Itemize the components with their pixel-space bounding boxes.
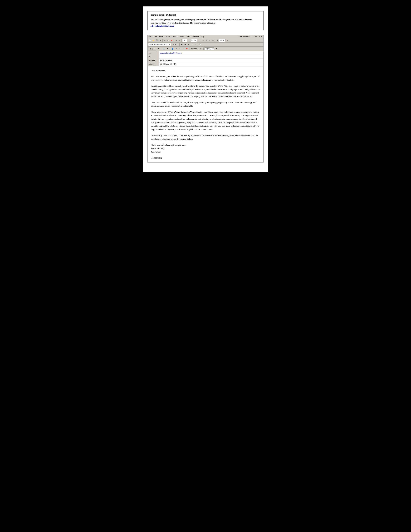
style-select[interactable]: Final Showing Markup xyxy=(148,43,171,46)
attach-file-btn[interactable]: 📎 xyxy=(162,47,165,50)
track-accept[interactable]: ✓ xyxy=(187,43,190,46)
standard-toolbar: 📄 📂 💾 🖨 ✂ 📋 📌 ↩ ↪ ▼ ▼ ≡ ☰ ≡ ☰ ¶ ▼ xyxy=(148,38,263,43)
paragraph4: I have attached my CV as a Word document… xyxy=(151,110,260,131)
font-size-input[interactable] xyxy=(182,39,187,42)
menu-bar: File Edit View Insert Format Tools Table… xyxy=(148,35,263,38)
subject-value[interactable]: job application xyxy=(159,59,263,62)
track-reject[interactable]: ✗ xyxy=(190,43,193,46)
send-options-dropdown[interactable]: ▼ xyxy=(157,47,160,50)
attach-field-row: Attach... W CV.doc (10 KB) xyxy=(148,62,263,66)
outlook-window: File Edit View Insert Format Tools Table… xyxy=(148,35,263,162)
send-button[interactable]: Send xyxy=(148,47,156,50)
subject-field-row: Subject: job application xyxy=(148,59,263,62)
toolbar-paste[interactable]: 📌 xyxy=(170,39,173,42)
menu-file[interactable]: File xyxy=(148,35,153,38)
sep4 xyxy=(201,39,201,42)
address-book-btn[interactable]: 👤 xyxy=(171,47,174,50)
flag-btn[interactable]: 🚩 xyxy=(185,47,188,50)
cc-icon[interactable]: Cc xyxy=(149,56,151,58)
closing-line3: John Mizzi xyxy=(151,150,260,154)
zoom-dropdown2[interactable]: ▼ xyxy=(226,39,229,42)
email-link[interactable]: schoolofenglish@info.com xyxy=(150,25,174,27)
menu-format[interactable]: Format xyxy=(171,35,178,38)
menu-table[interactable]: Table xyxy=(185,35,191,38)
format-dropdown[interactable]: ▼ xyxy=(215,47,218,50)
tel-line: tel:99043612 xyxy=(151,156,260,160)
email-header-toolbar: Send ▼ 📎 ▼ 👤 ✓ ! ↓ 🚩 Options... ▼ xyxy=(148,47,263,51)
to-label: To xyxy=(148,51,159,55)
toolbar-save[interactable]: 💾 xyxy=(155,39,159,42)
sample-box: Sample email: 2A formal You are looking … xyxy=(148,11,263,30)
align-left-btn[interactable]: ≡ xyxy=(202,39,205,42)
zoom-input[interactable] xyxy=(191,39,197,42)
sample-instruction: You are looking for an interesting and c… xyxy=(150,18,261,28)
format-toolbar: Final Showing Markup Show ▼ ◀ ▶ ✓ ✗ ↓ 💬 xyxy=(148,43,263,47)
track-changes-next[interactable]: ▶ xyxy=(184,43,187,46)
doc-icon: W xyxy=(160,63,162,65)
type-question-field[interactable]: Type a question for help ▼ ✕ xyxy=(206,36,263,38)
paragraph5: I would be grateful if you would conside… xyxy=(151,134,260,141)
show-dropdown-btn[interactable]: Show ▼ xyxy=(171,43,178,46)
attach-label: Attach... xyxy=(148,62,159,66)
toolbar-redo[interactable]: ↪ xyxy=(178,39,181,42)
font-size-dropdown[interactable]: ▼ xyxy=(187,39,190,42)
menu-window[interactable]: Window xyxy=(191,35,200,38)
menu-help[interactable]: Help xyxy=(200,35,205,38)
align-right-btn[interactable]: ≡ xyxy=(208,39,211,42)
sep5 xyxy=(215,39,215,42)
check-names-btn[interactable]: ✓ xyxy=(175,47,177,50)
align-center-btn[interactable]: ☰ xyxy=(205,39,208,42)
zoom-dropdown[interactable]: ▼ xyxy=(197,39,200,42)
track-changes-prev[interactable]: ◀ xyxy=(180,43,183,46)
sep2 xyxy=(174,39,174,42)
sep9 xyxy=(170,48,170,50)
paragraph1: With reference to your advertisement in … xyxy=(151,75,260,82)
paragraph-btn[interactable]: ¶ xyxy=(216,39,219,42)
sample-title: Sample email: 2A formal xyxy=(150,14,261,16)
sep1 xyxy=(162,39,163,42)
cc-value[interactable] xyxy=(159,57,263,57)
options-dropdown[interactable]: ▼ xyxy=(200,47,202,50)
toolbar-new[interactable]: 📄 xyxy=(148,39,151,42)
toolbar-copy[interactable]: 📋 xyxy=(167,39,170,42)
email-send-row: Send ▼ 📎 ▼ 👤 ✓ ! ↓ 🚩 Options... ▼ xyxy=(148,47,263,51)
justify-btn[interactable]: ☰ xyxy=(211,39,214,42)
email-format-select[interactable]: HTML xyxy=(205,48,214,50)
toolbar-cut[interactable]: ✂ xyxy=(163,39,166,42)
closing-line2: Yours faithfully, xyxy=(151,147,260,150)
paragraph2: I am 22 years old and I am currently stu… xyxy=(151,84,260,98)
attach-value[interactable]: W CV.doc (10 KB) xyxy=(159,63,263,66)
importance-high-btn[interactable]: ! xyxy=(178,47,181,50)
email-body: Dear Sir/Madam, With reference to your a… xyxy=(148,66,263,162)
page-wrapper: Sample email: 2A formal You are looking … xyxy=(143,6,268,172)
toolbar-undo[interactable]: ↩ xyxy=(175,39,177,42)
insert-comment[interactable]: 💬 xyxy=(199,43,202,46)
cc-label: Cc xyxy=(148,55,159,58)
closing-line1: I look forward to hearing from you soon. xyxy=(151,143,260,147)
to-value[interactable]: schoolofenglish@info.com xyxy=(159,52,263,54)
menu-view[interactable]: View xyxy=(158,35,164,38)
sep11 xyxy=(203,48,204,50)
to-field-row: To schoolofenglish@info.com xyxy=(148,51,263,55)
menu-insert[interactable]: Insert xyxy=(164,35,170,38)
attach-dropdown[interactable]: ▼ xyxy=(166,47,169,50)
importance-low-btn[interactable]: ↓ xyxy=(182,47,185,50)
salutation: Dear Sir/Madam, xyxy=(151,69,260,72)
options-btn[interactable]: Options... xyxy=(191,47,199,50)
cc-field-row: Cc xyxy=(148,55,263,59)
subject-label: Subject: xyxy=(148,59,159,62)
paragraph3: I feel that I would be well-suited for t… xyxy=(151,101,260,108)
to-icon[interactable]: To xyxy=(149,52,151,54)
menu-tools[interactable]: Tools xyxy=(178,35,185,38)
closing-block: I look forward to hearing from you soon.… xyxy=(151,143,260,154)
menu-edit[interactable]: Edit xyxy=(153,35,158,38)
toolbar-print[interactable]: 🖨 xyxy=(159,39,162,42)
zoom-input2[interactable] xyxy=(219,39,225,42)
toolbar-open[interactable]: 📂 xyxy=(152,39,155,42)
track-down[interactable]: ↓ xyxy=(194,43,197,46)
sep3 xyxy=(181,39,182,42)
email-fields: To schoolofenglish@info.com Cc Subject: xyxy=(148,51,263,66)
sep10 xyxy=(189,48,190,50)
